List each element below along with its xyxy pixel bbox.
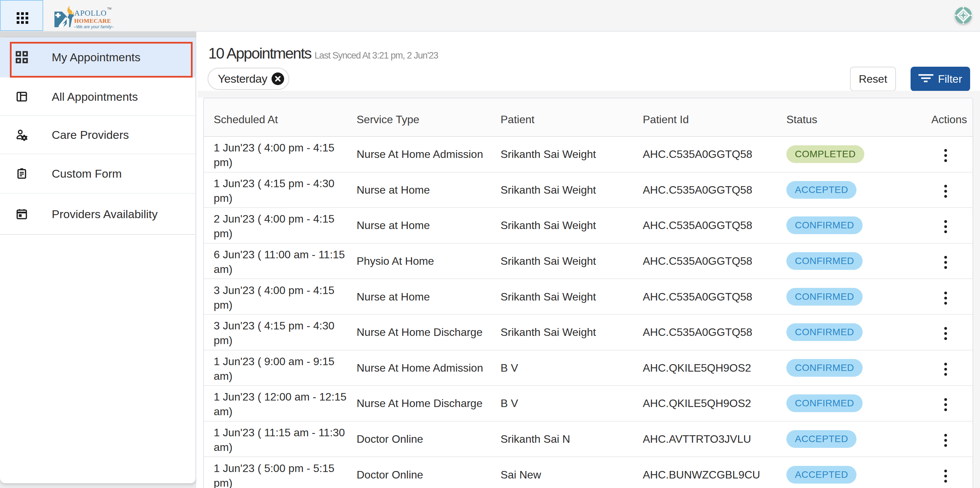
svg-text:TM: TM bbox=[107, 7, 111, 10]
svg-text:–We are your family–: –We are your family– bbox=[73, 24, 114, 29]
svg-text:HOMECARE: HOMECARE bbox=[74, 17, 111, 24]
svg-text:APOLLO: APOLLO bbox=[74, 9, 107, 17]
